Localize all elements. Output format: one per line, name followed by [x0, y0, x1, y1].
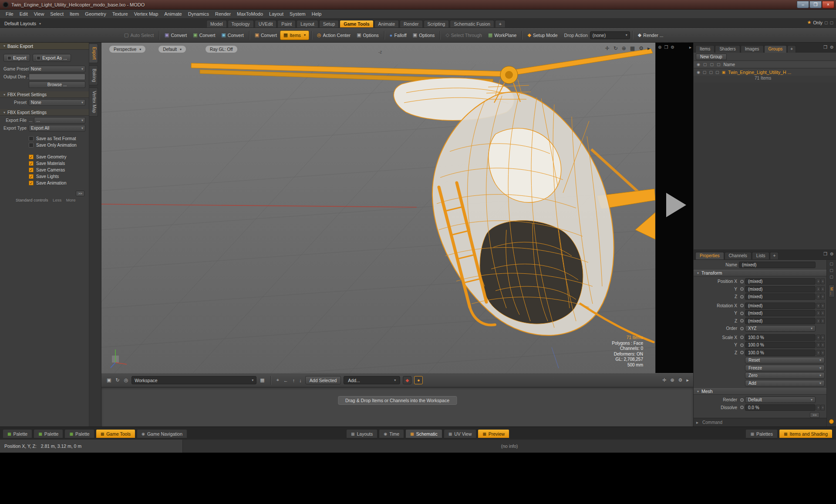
- stepper-right[interactable]: ›: [821, 303, 825, 309]
- expand-form-button[interactable]: >>: [810, 412, 819, 418]
- preview-zoom-icon[interactable]: ⊕: [658, 45, 661, 50]
- freeze-button[interactable]: Freeze▾: [745, 365, 825, 371]
- menu-item[interactable]: Layout: [266, 10, 287, 18]
- workspace-node-icon[interactable]: ▣: [106, 377, 112, 383]
- palette-tab-2[interactable]: ▦Palette: [34, 429, 63, 438]
- play-icon[interactable]: [666, 193, 686, 217]
- stepper-right[interactable]: ›: [821, 310, 825, 316]
- falloff-button[interactable]: ● Falloff: [387, 30, 410, 40]
- vertical-tab-baking[interactable]: Baking: [89, 65, 98, 86]
- workplane-button[interactable]: ▦ WorkPlane: [485, 30, 520, 40]
- rotation-x-field[interactable]: (mixed): [745, 302, 816, 309]
- column-icon[interactable]: ▢: [703, 62, 707, 67]
- strip-icon[interactable]: ▢: [829, 275, 833, 279]
- layout-tab-topology[interactable]: Topology: [228, 20, 254, 27]
- stepper-left[interactable]: ‹: [816, 342, 820, 348]
- preview-expand-icon[interactable]: ❐: [664, 45, 668, 50]
- grid-icon[interactable]: ▦: [630, 45, 635, 51]
- convert-button-1[interactable]: ▣ Convert: [162, 30, 190, 40]
- tab-add[interactable]: +: [787, 45, 796, 53]
- dissolve-field[interactable]: 0.0 %: [745, 404, 816, 411]
- zoom-icon[interactable]: ⊕: [622, 45, 626, 51]
- column-icon[interactable]: ▢: [709, 70, 713, 74]
- mesh-section-header[interactable]: ▾ Mesh: [694, 388, 826, 395]
- channel-dot[interactable]: [740, 327, 744, 330]
- tab-items[interactable]: Items: [695, 45, 715, 53]
- uv-view-tab[interactable]: ▦UV View: [444, 429, 477, 438]
- time-tab[interactable]: ◉Time: [379, 429, 404, 438]
- layout-bar-icon[interactable]: ▢: [829, 20, 833, 25]
- items-and-shading-tab[interactable]: ▦Items and Shading: [779, 429, 833, 438]
- preview-settings-icon[interactable]: ⚙: [671, 45, 674, 50]
- 3d-viewport[interactable]: Perspective▾ Default▾ Ray GL: Off ✛ ↻ ⊕ …: [101, 43, 655, 373]
- auto-select-button[interactable]: ▢ Auto Select: [121, 30, 157, 40]
- expand-controls-button[interactable]: >>: [76, 191, 84, 196]
- action-center-button[interactable]: ◎ Action Center: [314, 30, 354, 40]
- layout-tab-paint[interactable]: Paint: [277, 20, 296, 27]
- workspace-target-icon[interactable]: ⌖: [276, 377, 280, 383]
- save-lights-checkbox[interactable]: ✓: [29, 174, 34, 179]
- tab-images[interactable]: Images: [741, 45, 764, 53]
- convert-button-2[interactable]: ▣ Convert: [190, 30, 218, 40]
- schematic-tab[interactable]: ▦Schematic: [405, 429, 442, 438]
- channel-dot[interactable]: [740, 295, 744, 299]
- menu-item[interactable]: Edit: [17, 10, 31, 18]
- more-link[interactable]: More: [66, 198, 76, 202]
- eye-icon[interactable]: ◉: [697, 70, 700, 74]
- basic-export-header[interactable]: ▾ Basic Export: [0, 43, 89, 50]
- stepper-right[interactable]: ›: [821, 318, 825, 324]
- strip-icon[interactable]: ▢: [829, 262, 833, 266]
- only-label[interactable]: Only: [813, 20, 823, 25]
- maximize-button[interactable]: ❐: [809, 1, 822, 8]
- palette-tab-1[interactable]: ▦Palette: [3, 429, 32, 438]
- convert-button-3[interactable]: ▣ Convert: [218, 30, 246, 40]
- channel-dot[interactable]: [740, 336, 744, 339]
- export-type-dropdown[interactable]: Export All▾: [29, 125, 85, 131]
- stepper-left[interactable]: ‹: [816, 279, 820, 284]
- tab-channels[interactable]: Channels: [725, 252, 752, 259]
- schematic-workspace[interactable]: Drag & Drop Items or Channels into the W…: [101, 387, 693, 427]
- setup-mode-button[interactable]: ◆ Setup Mode: [524, 30, 560, 40]
- save-cameras-checkbox[interactable]: ✓: [29, 168, 34, 172]
- schematic-settings-icon[interactable]: ⚙: [678, 377, 683, 383]
- menu-item[interactable]: Render: [212, 10, 234, 18]
- viewport-settings-icon[interactable]: ⚙: [639, 45, 644, 51]
- layout-tab-setup[interactable]: Setup: [319, 20, 339, 27]
- stepper-right[interactable]: ›: [821, 294, 825, 299]
- menu-item[interactable]: Select: [47, 10, 67, 18]
- workspace-down-arrow-icon[interactable]: ↓: [298, 378, 303, 383]
- stepper-left[interactable]: ‹: [816, 405, 820, 410]
- menu-item[interactable]: Vertex Map: [131, 10, 162, 18]
- channel-dot[interactable]: [740, 280, 744, 283]
- scale-z-field[interactable]: 100.0 %: [745, 349, 816, 356]
- rotate-icon[interactable]: ↻: [614, 45, 618, 51]
- stepper-right[interactable]: ›: [821, 286, 825, 292]
- add-button[interactable]: Add▾: [745, 380, 825, 386]
- strip-icon[interactable]: ▢: [829, 268, 833, 272]
- transform-section-header[interactable]: ▾ Transform: [694, 270, 826, 276]
- workspace-link-icon[interactable]: ◎: [123, 377, 129, 383]
- form-indicator-icon[interactable]: [829, 419, 834, 424]
- position-z-field[interactable]: (mixed): [745, 293, 816, 300]
- stepper-right[interactable]: ›: [821, 350, 825, 356]
- layouts-tab[interactable]: ▦Layouts: [346, 429, 378, 438]
- group-name[interactable]: Twin_Engine_Light_Utility_H ...: [728, 70, 791, 75]
- workspace-left-arrow-icon[interactable]: ←: [283, 378, 289, 383]
- falloff-options-button[interactable]: ▣ Options: [410, 30, 438, 40]
- preset-dropdown[interactable]: None▾: [29, 99, 85, 106]
- add-dropdown[interactable]: Add...▾: [344, 376, 400, 384]
- convert-button-4[interactable]: ▣ Convert: [252, 30, 280, 40]
- vertical-tab-export[interactable]: Export: [89, 44, 98, 63]
- layout-tab-animate[interactable]: Animate: [374, 20, 399, 27]
- position-x-field[interactable]: (mixed): [745, 278, 816, 285]
- preview-tab[interactable]: ▦Preview: [478, 429, 509, 438]
- channel-dot[interactable]: [740, 304, 744, 307]
- workspace-refresh-icon[interactable]: ↻: [115, 377, 120, 383]
- tree-empty-area[interactable]: [694, 82, 836, 249]
- menu-item[interactable]: Animate: [161, 10, 185, 18]
- column-icon[interactable]: ▢: [710, 62, 714, 67]
- perspective-dropdown[interactable]: Perspective▾: [109, 46, 145, 53]
- shading-dropdown[interactable]: Default▾: [158, 46, 186, 53]
- channel-dot[interactable]: [740, 343, 744, 347]
- new-group-button[interactable]: New Group: [696, 54, 727, 60]
